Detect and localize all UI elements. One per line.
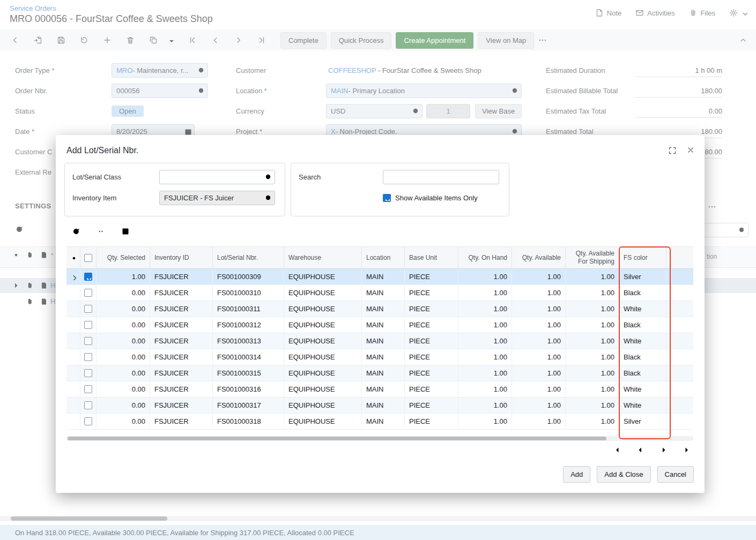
show-available-checkbox[interactable] <box>383 194 391 202</box>
cell-qty_selected: 1.00 <box>97 269 150 284</box>
row-checkbox[interactable] <box>84 417 92 425</box>
show-available-label: Show Available Items Only <box>395 194 478 202</box>
cell-qty_avail_shipping: 1.00 <box>566 365 619 381</box>
row-checkbox[interactable] <box>84 401 92 409</box>
lot-serial-class-input[interactable] <box>160 173 275 181</box>
row-expander[interactable] <box>66 269 80 284</box>
cell-lot_serial: FS001000315 <box>213 365 284 381</box>
export-excel-icon[interactable] <box>121 227 131 238</box>
row-expander[interactable] <box>66 349 80 365</box>
cell-fs_color: Black <box>619 349 666 365</box>
dialog-title: Add Lot/Serial Nbr. <box>66 146 138 155</box>
row-checkbox[interactable] <box>84 385 92 393</box>
cell-qty_available: 1.00 <box>512 398 566 413</box>
grid-row[interactable]: 0.00FSJUICERFS001000312EQUIPHOUSEMAINPIE… <box>66 317 693 333</box>
column-settings-button[interactable] <box>66 247 80 268</box>
cell-qty_available: 1.00 <box>512 349 566 365</box>
lot-serial-class-label: Lot/Serial Class <box>72 173 159 181</box>
row-checkbox[interactable] <box>84 321 92 329</box>
row-checkbox[interactable] <box>84 337 92 345</box>
row-expander[interactable] <box>66 365 80 381</box>
search-icon[interactable] <box>264 173 272 182</box>
grid-horizontal-scrollbar-track[interactable] <box>66 436 693 441</box>
grid-row[interactable]: 0.00FSJUICERFS001000314EQUIPHOUSEMAINPIE… <box>66 349 693 365</box>
column-header-inventory_id[interactable]: Inventory ID <box>150 247 213 268</box>
grid-row[interactable]: 0.00FSJUICERFS001000313EQUIPHOUSEMAINPIE… <box>66 333 693 349</box>
row-checkbox[interactable] <box>84 369 92 377</box>
cell-qty_selected: 0.00 <box>97 349 150 365</box>
column-header-qty_selected[interactable]: Qty. Selected <box>97 247 150 268</box>
cell-filler <box>666 349 693 365</box>
next-page-icon[interactable] <box>659 446 667 455</box>
cell-lot_serial: FS001000313 <box>213 333 284 349</box>
add-button[interactable]: Add <box>563 466 590 483</box>
cell-base_unit: PIECE <box>405 317 458 333</box>
cell-base_unit: PIECE <box>405 285 458 301</box>
column-header-qty_avail_shipping[interactable]: Qty. Available For Shipping <box>566 247 619 268</box>
row-expander[interactable] <box>66 398 80 413</box>
row-checkbox[interactable] <box>84 305 92 313</box>
grid-horizontal-scrollbar-thumb[interactable] <box>68 437 606 440</box>
cell-base_unit: PIECE <box>405 301 458 317</box>
grid-row[interactable]: 0.00FSJUICERFS001000311EQUIPHOUSEMAINPIE… <box>66 301 693 317</box>
row-expander[interactable] <box>66 317 80 333</box>
cell-location: MAIN <box>362 398 405 413</box>
cell-qty_available: 1.00 <box>512 333 566 349</box>
cell-lot_serial: FS001000311 <box>213 301 284 317</box>
grid-row[interactable]: 0.00FSJUICERFS001000317EQUIPHOUSEMAINPIE… <box>66 398 693 414</box>
last-page-icon[interactable] <box>683 446 691 455</box>
lot-serial-class-field[interactable] <box>159 170 275 184</box>
row-expander[interactable] <box>66 301 80 317</box>
fit-width-icon[interactable] <box>97 227 106 238</box>
add-close-button[interactable]: Add & Close <box>597 466 650 483</box>
grid-row[interactable]: 0.00FSJUICERFS001000318EQUIPHOUSEMAINPIE… <box>66 414 693 430</box>
select-all-checkbox[interactable] <box>84 254 92 262</box>
column-header-lot_serial[interactable]: Lot/Serial Nbr. <box>213 247 284 268</box>
search-filter-panel: Search Show Available Items Only <box>291 163 509 216</box>
cell-inventory_id: FSJUICER <box>150 365 213 381</box>
column-header-qty_available[interactable]: Qty. Available <box>512 247 566 268</box>
grid-row[interactable]: 1.00FSJUICERFS001000309EQUIPHOUSEMAINPIE… <box>66 269 693 285</box>
cell-base_unit: PIECE <box>405 414 458 429</box>
column-header-base_unit[interactable]: Base Unit <box>405 247 458 268</box>
cell-warehouse: EQUIPHOUSE <box>284 381 362 397</box>
prev-page-icon[interactable] <box>636 446 643 455</box>
search-icon[interactable] <box>264 194 272 203</box>
inventory-item-input[interactable] <box>160 194 275 202</box>
grid-row[interactable]: 0.00FSJUICERFS001000310EQUIPHOUSEMAINPIE… <box>66 285 693 301</box>
column-header-location[interactable]: Location <box>362 247 405 268</box>
cell-warehouse: EQUIPHOUSE <box>284 285 362 301</box>
column-header-warehouse[interactable]: Warehouse <box>284 247 362 268</box>
row-expander[interactable] <box>66 381 80 397</box>
refresh-icon[interactable] <box>72 227 81 238</box>
row-checkbox[interactable] <box>84 289 92 297</box>
cancel-button[interactable]: Cancel <box>657 466 694 483</box>
grid-body: 1.00FSJUICERFS001000309EQUIPHOUSEMAINPIE… <box>66 269 693 430</box>
row-checkbox-cell <box>80 398 97 413</box>
cell-qty_avail_shipping: 1.00 <box>566 398 619 413</box>
search-field[interactable] <box>383 170 499 184</box>
column-header-fs_color[interactable]: FS color <box>619 247 666 268</box>
first-page-icon[interactable] <box>612 446 620 455</box>
cell-qty_on_hand: 1.00 <box>458 317 512 333</box>
expand-icon[interactable] <box>668 146 677 155</box>
cell-base_unit: PIECE <box>405 398 458 413</box>
cell-qty_selected: 0.00 <box>97 398 150 413</box>
cell-location: MAIN <box>362 285 405 301</box>
cell-base_unit: PIECE <box>405 365 458 381</box>
row-expander[interactable] <box>66 333 80 349</box>
cell-inventory_id: FSJUICER <box>150 301 213 317</box>
close-icon[interactable] <box>686 146 695 154</box>
search-input[interactable] <box>383 173 499 181</box>
inventory-item-field[interactable] <box>159 191 275 205</box>
grid-row[interactable]: 0.00FSJUICERFS001000316EQUIPHOUSEMAINPIE… <box>66 381 693 398</box>
column-header-qty_on_hand[interactable]: Qty. On Hand <box>458 247 512 268</box>
grid-row[interactable]: 0.00FSJUICERFS001000315EQUIPHOUSEMAINPIE… <box>66 365 693 381</box>
cell-inventory_id: FSJUICER <box>150 317 213 333</box>
row-checkbox[interactable] <box>84 353 92 361</box>
row-expander[interactable] <box>66 414 80 429</box>
row-expander[interactable] <box>66 285 80 301</box>
cell-inventory_id: FSJUICER <box>150 414 213 429</box>
row-checkbox[interactable] <box>84 273 92 281</box>
cell-filler <box>666 285 693 301</box>
